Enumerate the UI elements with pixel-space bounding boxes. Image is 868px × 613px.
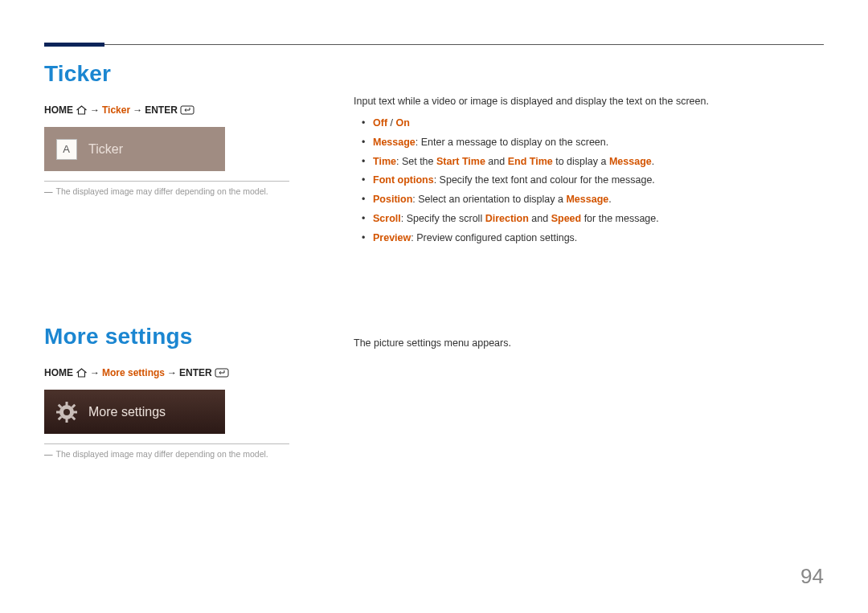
position-name: Position — [373, 194, 412, 205]
enter-icon — [180, 105, 194, 115]
more-intro: The picture settings menu appears. — [354, 335, 824, 351]
divider — [44, 443, 289, 444]
slash: / — [387, 117, 395, 129]
time-msg: Message — [609, 156, 652, 167]
page-number: 94 — [800, 564, 824, 589]
more-card-label: More settings — [88, 405, 166, 419]
spec-scroll: Scroll: Specify the scroll Direction and… — [354, 210, 824, 229]
ticker-title: Ticker — [44, 61, 309, 87]
more-title: More settings — [44, 324, 309, 349]
svg-rect-5 — [56, 411, 60, 413]
message-name: Message — [373, 137, 416, 148]
position-pre: : Select an orientation to display a — [412, 194, 566, 205]
time-pre: : Set the — [396, 156, 436, 167]
more-icon-box — [44, 390, 88, 434]
svg-rect-3 — [65, 402, 68, 406]
spec-position: Position: Select an orientation to displ… — [354, 190, 824, 210]
more-footnote: ―The displayed image may differ dependin… — [44, 449, 309, 459]
more-breadcrumb: HOME → More settings → ENTER — [44, 367, 309, 378]
header-accent — [44, 43, 104, 47]
scroll-post: for the message. — [581, 213, 659, 224]
spec-message: Message: Enter a message to display on t… — [354, 133, 824, 153]
time-tail: . — [652, 156, 654, 167]
message-rest: : Enter a message to display on the scre… — [416, 137, 608, 148]
bc-home-2: HOME — [44, 367, 73, 378]
ticker-card: A Ticker — [44, 127, 225, 171]
scroll-pre: : Specify the scroll — [401, 213, 485, 224]
time-end: End Time — [508, 156, 553, 167]
bc-arrow-4: → — [167, 367, 177, 378]
scroll-spd: Speed — [551, 213, 582, 224]
enter-icon — [215, 368, 229, 378]
on-label: On — [395, 117, 409, 129]
position-msg: Message — [566, 194, 608, 205]
bc-ticker: Ticker — [102, 104, 130, 116]
preview-rest: : Preview configured caption settings. — [411, 232, 577, 243]
spec-offon: Off / On — [354, 114, 824, 133]
bc-arrow-3: → — [90, 367, 100, 378]
more-card: More settings — [44, 390, 225, 434]
font-rest: : Specify the text font and colour for t… — [434, 174, 655, 186]
ticker-icon-box: A — [44, 127, 88, 171]
position-tail: . — [608, 194, 611, 205]
preview-name: Preview — [373, 232, 411, 243]
scroll-name: Scroll — [373, 213, 401, 224]
ticker-card-label: Ticker — [88, 142, 123, 157]
page-header-rule — [44, 44, 824, 45]
ticker-breadcrumb: HOME → Ticker → ENTER — [44, 104, 309, 116]
scroll-mid: and — [529, 213, 551, 224]
bc-home: HOME — [44, 104, 73, 116]
svg-point-11 — [63, 409, 70, 415]
ticker-a-tile-icon: A — [56, 139, 77, 160]
home-icon — [76, 368, 88, 378]
svg-rect-6 — [73, 411, 77, 413]
time-start: Start Time — [436, 156, 485, 167]
ticker-footnote: ―The displayed image may differ dependin… — [44, 186, 309, 196]
bc-enter-2: ENTER — [179, 367, 212, 378]
home-icon — [76, 105, 88, 115]
time-post: to display a — [553, 156, 609, 167]
ticker-spec-list: Off / On Message: Enter a message to dis… — [354, 114, 824, 247]
font-name: Font options — [373, 174, 434, 186]
time-mid: and — [485, 156, 508, 167]
gear-icon — [55, 400, 79, 424]
bc-arrow-1: → — [90, 104, 100, 116]
bc-arrow-2: → — [133, 104, 142, 116]
bc-more: More settings — [102, 367, 165, 378]
svg-rect-4 — [65, 419, 68, 423]
bc-enter: ENTER — [145, 104, 178, 116]
spec-font: Font options: Specify the text font and … — [354, 171, 824, 190]
scroll-dir: Direction — [485, 213, 529, 224]
off-label: Off — [373, 117, 387, 129]
divider — [44, 181, 289, 182]
spec-time: Time: Set the Start Time and End Time to… — [354, 153, 824, 172]
ticker-intro: Input text while a video or image is dis… — [354, 93, 824, 109]
ticker-footnote-text: The displayed image may differ depending… — [56, 186, 268, 196]
more-footnote-text: The displayed image may differ depending… — [56, 449, 268, 459]
spec-preview: Preview: Preview configured caption sett… — [354, 229, 824, 248]
time-name: Time — [373, 156, 396, 167]
